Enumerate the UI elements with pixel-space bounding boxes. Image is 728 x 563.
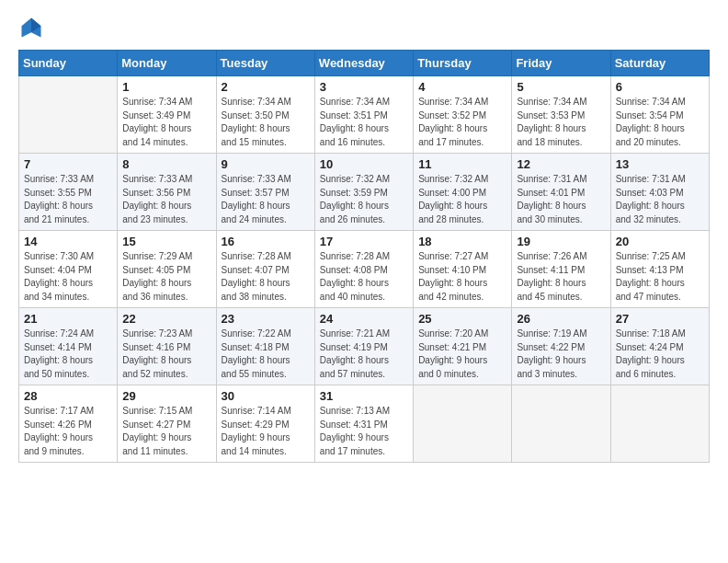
day-cell: 10Sunrise: 7:32 AMSunset: 3:59 PMDayligh… (314, 154, 413, 231)
day-cell: 30Sunrise: 7:14 AMSunset: 4:29 PMDayligh… (216, 385, 314, 463)
col-header-thursday: Thursday (414, 51, 512, 76)
day-detail: Sunrise: 7:34 AMSunset: 3:50 PMDaylight:… (222, 96, 310, 149)
day-number: 10 (320, 157, 408, 171)
day-number: 23 (222, 312, 310, 326)
col-header-friday: Friday (512, 51, 610, 76)
day-number: 20 (616, 235, 704, 248)
day-number: 27 (616, 312, 704, 326)
day-number: 8 (122, 157, 210, 171)
day-number: 28 (24, 389, 112, 403)
day-detail: Sunrise: 7:32 AMSunset: 3:59 PMDaylight:… (320, 173, 408, 226)
day-cell: 4Sunrise: 7:34 AMSunset: 3:52 PMDaylight… (414, 76, 512, 154)
day-number: 14 (24, 235, 112, 248)
page: SundayMondayTuesdayWednesdayThursdayFrid… (0, 0, 728, 563)
day-cell: 8Sunrise: 7:33 AMSunset: 3:56 PMDaylight… (118, 154, 216, 231)
col-header-tuesday: Tuesday (216, 51, 314, 76)
day-cell: 20Sunrise: 7:25 AMSunset: 4:13 PMDayligh… (610, 231, 709, 308)
day-number: 7 (24, 157, 112, 171)
day-detail: Sunrise: 7:23 AMSunset: 4:16 PMDaylight:… (122, 327, 210, 381)
day-detail: Sunrise: 7:19 AMSunset: 4:22 PMDaylight:… (517, 327, 605, 381)
day-number: 4 (418, 80, 506, 94)
day-detail: Sunrise: 7:25 AMSunset: 4:13 PMDaylight:… (616, 250, 704, 304)
col-header-sunday: Sunday (19, 51, 118, 76)
day-cell: 11Sunrise: 7:32 AMSunset: 4:00 PMDayligh… (414, 154, 512, 231)
day-cell: 26Sunrise: 7:19 AMSunset: 4:22 PMDayligh… (512, 308, 610, 385)
day-number: 5 (517, 80, 605, 94)
day-detail: Sunrise: 7:33 AMSunset: 3:56 PMDaylight:… (122, 173, 210, 226)
week-row-4: 21Sunrise: 7:24 AMSunset: 4:14 PMDayligh… (19, 308, 710, 385)
day-cell: 13Sunrise: 7:31 AMSunset: 4:03 PMDayligh… (610, 154, 709, 231)
day-detail: Sunrise: 7:20 AMSunset: 4:21 PMDaylight:… (418, 327, 506, 381)
day-number: 16 (222, 235, 310, 248)
week-row-2: 7Sunrise: 7:33 AMSunset: 3:55 PMDaylight… (19, 154, 710, 231)
day-detail: Sunrise: 7:26 AMSunset: 4:11 PMDaylight:… (517, 250, 605, 304)
day-detail: Sunrise: 7:18 AMSunset: 4:24 PMDaylight:… (616, 327, 704, 381)
day-number: 18 (418, 235, 506, 248)
week-row-1: 1Sunrise: 7:34 AMSunset: 3:49 PMDaylight… (19, 76, 710, 154)
day-cell: 31Sunrise: 7:13 AMSunset: 4:31 PMDayligh… (314, 385, 413, 463)
day-cell: 1Sunrise: 7:34 AMSunset: 3:49 PMDaylight… (118, 76, 216, 154)
day-cell: 29Sunrise: 7:15 AMSunset: 4:27 PMDayligh… (118, 385, 216, 463)
col-header-monday: Monday (118, 51, 216, 76)
day-detail: Sunrise: 7:30 AMSunset: 4:04 PMDaylight:… (24, 250, 112, 304)
day-cell: 21Sunrise: 7:24 AMSunset: 4:14 PMDayligh… (19, 308, 118, 385)
day-detail: Sunrise: 7:34 AMSunset: 3:53 PMDaylight:… (517, 96, 605, 149)
day-detail: Sunrise: 7:27 AMSunset: 4:10 PMDaylight:… (418, 250, 506, 304)
day-cell: 5Sunrise: 7:34 AMSunset: 3:53 PMDaylight… (512, 76, 610, 154)
day-detail: Sunrise: 7:24 AMSunset: 4:14 PMDaylight:… (24, 327, 112, 381)
day-detail: Sunrise: 7:22 AMSunset: 4:18 PMDaylight:… (222, 327, 310, 381)
week-row-3: 14Sunrise: 7:30 AMSunset: 4:04 PMDayligh… (19, 231, 710, 308)
day-detail: Sunrise: 7:28 AMSunset: 4:08 PMDaylight:… (320, 250, 408, 304)
day-cell: 27Sunrise: 7:18 AMSunset: 4:24 PMDayligh… (610, 308, 709, 385)
day-cell: 22Sunrise: 7:23 AMSunset: 4:16 PMDayligh… (118, 308, 216, 385)
day-detail: Sunrise: 7:33 AMSunset: 3:57 PMDaylight:… (222, 173, 310, 226)
logo-icon (18, 15, 44, 40)
day-cell (414, 385, 512, 463)
day-detail: Sunrise: 7:31 AMSunset: 4:03 PMDaylight:… (616, 173, 704, 226)
day-cell: 24Sunrise: 7:21 AMSunset: 4:19 PMDayligh… (314, 308, 413, 385)
day-detail: Sunrise: 7:31 AMSunset: 4:01 PMDaylight:… (517, 173, 605, 226)
day-number: 30 (222, 389, 310, 403)
calendar-table: SundayMondayTuesdayWednesdayThursdayFrid… (18, 50, 710, 463)
day-detail: Sunrise: 7:33 AMSunset: 3:55 PMDaylight:… (24, 173, 112, 226)
day-number: 21 (24, 312, 112, 326)
day-number: 1 (122, 80, 210, 94)
col-header-saturday: Saturday (610, 51, 709, 76)
day-number: 17 (320, 235, 408, 248)
day-detail: Sunrise: 7:13 AMSunset: 4:31 PMDaylight:… (320, 405, 408, 458)
day-number: 19 (517, 235, 605, 248)
week-row-5: 28Sunrise: 7:17 AMSunset: 4:26 PMDayligh… (19, 385, 710, 463)
col-header-wednesday: Wednesday (314, 51, 413, 76)
day-detail: Sunrise: 7:17 AMSunset: 4:26 PMDaylight:… (24, 405, 112, 458)
day-number: 2 (222, 80, 310, 94)
day-detail: Sunrise: 7:32 AMSunset: 4:00 PMDaylight:… (418, 173, 506, 226)
day-number: 11 (418, 157, 506, 171)
day-cell: 16Sunrise: 7:28 AMSunset: 4:07 PMDayligh… (216, 231, 314, 308)
day-cell: 12Sunrise: 7:31 AMSunset: 4:01 PMDayligh… (512, 154, 610, 231)
day-number: 9 (222, 157, 310, 171)
day-cell (610, 385, 709, 463)
day-cell: 6Sunrise: 7:34 AMSunset: 3:54 PMDaylight… (610, 76, 709, 154)
day-cell: 2Sunrise: 7:34 AMSunset: 3:50 PMDaylight… (216, 76, 314, 154)
day-detail: Sunrise: 7:29 AMSunset: 4:05 PMDaylight:… (122, 250, 210, 304)
logo (18, 15, 48, 40)
day-number: 29 (122, 389, 210, 403)
day-number: 25 (418, 312, 506, 326)
day-detail: Sunrise: 7:28 AMSunset: 4:07 PMDaylight:… (222, 250, 310, 304)
day-cell: 28Sunrise: 7:17 AMSunset: 4:26 PMDayligh… (19, 385, 118, 463)
day-detail: Sunrise: 7:21 AMSunset: 4:19 PMDaylight:… (320, 327, 408, 381)
day-cell: 3Sunrise: 7:34 AMSunset: 3:51 PMDaylight… (314, 76, 413, 154)
day-cell: 23Sunrise: 7:22 AMSunset: 4:18 PMDayligh… (216, 308, 314, 385)
day-cell: 17Sunrise: 7:28 AMSunset: 4:08 PMDayligh… (314, 231, 413, 308)
day-number: 12 (517, 157, 605, 171)
day-cell: 7Sunrise: 7:33 AMSunset: 3:55 PMDaylight… (19, 154, 118, 231)
day-cell: 25Sunrise: 7:20 AMSunset: 4:21 PMDayligh… (414, 308, 512, 385)
day-number: 6 (616, 80, 704, 94)
day-detail: Sunrise: 7:14 AMSunset: 4:29 PMDaylight:… (222, 405, 310, 458)
day-detail: Sunrise: 7:34 AMSunset: 3:54 PMDaylight:… (616, 96, 704, 149)
day-detail: Sunrise: 7:15 AMSunset: 4:27 PMDaylight:… (122, 405, 210, 458)
day-number: 3 (320, 80, 408, 94)
day-number: 22 (122, 312, 210, 326)
day-number: 15 (122, 235, 210, 248)
day-cell (512, 385, 610, 463)
